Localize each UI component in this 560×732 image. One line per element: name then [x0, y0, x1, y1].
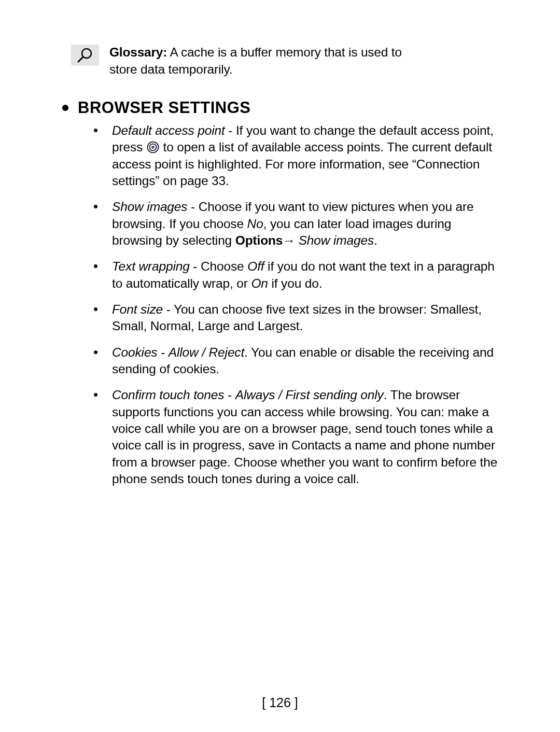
glossary-text: Glossary: A cache is a buffer memory tha… — [109, 44, 431, 78]
value-on: On — [251, 276, 268, 290]
text-segment: - You can choose five text sizes in the … — [112, 302, 482, 333]
text-segment: . The browser supports functions you can… — [112, 388, 497, 486]
term-font-size: Font size — [112, 302, 163, 316]
svg-line-1 — [78, 57, 83, 62]
term-show-images: Show images — [112, 200, 187, 214]
item-font-size: Font size - You can choose five text siz… — [93, 301, 498, 335]
heading-bullet-icon — [62, 105, 68, 111]
term-cookies: Cookies — [112, 345, 157, 359]
magnifier-icon — [71, 45, 99, 65]
item-show-images: Show images - Choose if you want to view… — [93, 199, 498, 249]
svg-point-4 — [151, 146, 155, 149]
value-show-images: Show images — [299, 233, 374, 247]
settings-list: Default access point - If you want to ch… — [62, 122, 498, 487]
arrow-icon: → — [283, 233, 298, 247]
text-segment: if you do. — [268, 276, 323, 290]
value-cookies: Allow / Reject — [169, 345, 244, 359]
term-confirm-touch-tones: Confirm touch tones — [112, 388, 224, 402]
value-no: No — [247, 217, 263, 231]
text-segment: to open a list of available access point… — [112, 140, 492, 188]
glossary-label: Glossary: — [109, 45, 167, 59]
joystick-icon — [146, 140, 160, 154]
text-segment: . — [374, 233, 377, 247]
glossary-block: Glossary: A cache is a buffer memory tha… — [71, 44, 498, 78]
item-confirm-touch-tones: Confirm touch tones - Always / First sen… — [93, 387, 498, 487]
term-text-wrapping: Text wrapping — [112, 259, 190, 273]
text-segment: - — [157, 345, 168, 359]
page-number: [ 126 ] — [0, 695, 560, 710]
manual-page: Glossary: A cache is a buffer memory tha… — [0, 0, 560, 732]
text-segment: - Choose — [190, 259, 248, 273]
label-options: Options — [235, 233, 283, 247]
text-segment: - — [224, 388, 235, 402]
heading-text: BROWSER SETTINGS — [78, 98, 251, 117]
term-default-access-point: Default access point — [112, 123, 225, 137]
section-heading: BROWSER SETTINGS — [62, 98, 498, 117]
value-off: Off — [247, 259, 264, 273]
item-default-access-point: Default access point - If you want to ch… — [93, 122, 498, 189]
item-cookies: Cookies - Allow / Reject. You can enable… — [93, 344, 498, 378]
item-text-wrapping: Text wrapping - Choose Off if you do not… — [93, 258, 498, 292]
value-confirm-touch-tones: Always / First sending only — [235, 388, 384, 402]
